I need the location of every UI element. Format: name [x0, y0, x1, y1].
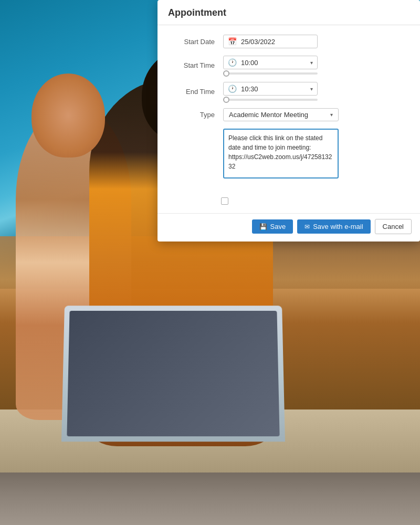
start-time-select[interactable]: 🕐 10:00 ▾ [223, 56, 318, 69]
start-time-value: 10:00 [241, 59, 306, 67]
dialog-body: Start Date 📅 25/03/2022 Start Time 🕐 10:… [158, 25, 420, 197]
checkbox[interactable] [221, 197, 228, 205]
cancel-button[interactable]: Cancel [375, 219, 412, 234]
start-date-value: 25/03/2022 [241, 38, 313, 46]
type-select[interactable]: Academic Mentor Meeting ▾ [223, 108, 339, 121]
end-time-chevron-icon: ▾ [310, 86, 313, 92]
type-row: Type Academic Mentor Meeting ▾ [168, 108, 410, 121]
calendar-icon: 📅 [228, 37, 237, 46]
start-time-clock-icon: 🕐 [228, 58, 237, 67]
dialog-title: Appointment [168, 7, 226, 18]
notes-textarea[interactable]: Please click this link on the stated dat… [223, 129, 339, 178]
laptop-screen [67, 311, 279, 436]
save-label: Save [270, 223, 286, 230]
cancel-label: Cancel [383, 223, 404, 230]
end-time-control: 🕐 10:30 ▾ [223, 82, 410, 101]
save-with-email-label: Save with e-mail [313, 223, 363, 230]
start-time-control: 🕐 10:00 ▾ [223, 56, 410, 75]
laptop [61, 306, 285, 442]
dialog-container: Appointment Start Date 📅 25/03/2022 Star… [158, 0, 420, 242]
type-chevron-icon: ▾ [330, 112, 333, 118]
start-date-row: Start Date 📅 25/03/2022 [168, 35, 410, 48]
end-time-slider[interactable] [223, 99, 318, 101]
end-time-slider-thumb [223, 97, 229, 103]
start-time-slider[interactable] [223, 72, 318, 75]
end-time-select[interactable]: 🕐 10:30 ▾ [223, 82, 318, 96]
start-time-label: Start Time [168, 61, 223, 69]
end-time-row: End Time 🕐 10:30 ▾ [168, 82, 410, 101]
save-button[interactable]: 💾 Save [252, 219, 293, 234]
dialog-title-bar: Appointment [158, 0, 420, 25]
start-date-control: 📅 25/03/2022 [223, 35, 410, 48]
end-time-clock-icon: 🕐 [228, 85, 237, 93]
notes-control: Please click this link on the stated dat… [223, 129, 410, 181]
type-value: Academic Mentor Meeting [229, 111, 326, 119]
end-time-select-wrap: 🕐 10:30 ▾ [223, 82, 410, 101]
save-with-email-button[interactable]: ✉ Save with e-mail [297, 219, 370, 234]
start-date-label: Start Date [168, 38, 223, 46]
type-control: Academic Mentor Meeting ▾ [223, 108, 410, 121]
person-left-head [32, 74, 105, 158]
end-time-label: End Time [168, 88, 223, 96]
start-time-row: Start Time 🕐 10:00 ▾ [168, 56, 410, 75]
start-time-select-wrap: 🕐 10:00 ▾ [223, 56, 410, 75]
email-icon: ✉ [304, 223, 310, 230]
checkbox-row [221, 197, 420, 205]
save-icon: 💾 [259, 223, 267, 230]
type-label: Type [168, 111, 223, 119]
start-time-chevron-icon: ▾ [310, 60, 313, 66]
start-time-slider-thumb [223, 70, 229, 77]
dialog-footer: 💾 Save ✉ Save with e-mail Cancel [158, 213, 420, 242]
start-date-input[interactable]: 📅 25/03/2022 [223, 35, 318, 48]
end-time-value: 10:30 [241, 85, 306, 93]
notes-row: Please click this link on the stated dat… [168, 129, 410, 181]
appointment-dialog: Appointment Start Date 📅 25/03/2022 Star… [158, 0, 420, 247]
